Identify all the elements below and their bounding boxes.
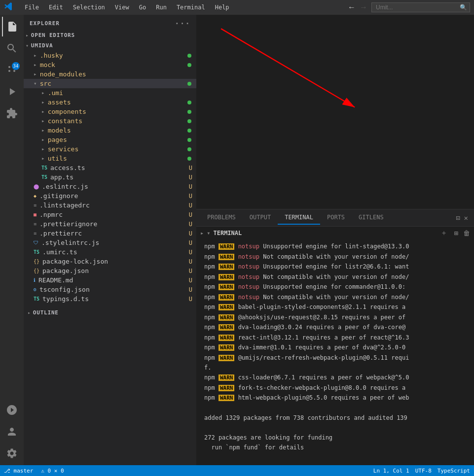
panel-tabs: PROBLEMS OUTPUT TERMINAL PORTS GITLENS ⊡…	[196, 209, 474, 227]
terminal-line: npm WARN babel-plugin-styled-components@…	[196, 302, 474, 312]
tree-item-prettierrc[interactable]: ≡ .prettierrc U	[24, 229, 196, 238]
terminal-kill-button[interactable]: 🗑	[463, 229, 470, 237]
menu-selection[interactable]: Selection	[69, 3, 109, 12]
statusbar-errors[interactable]: ⚠ 0 ✕ 0	[41, 468, 64, 474]
lines-icon: ≡	[34, 231, 36, 236]
menu-file[interactable]: File	[21, 3, 43, 12]
tree-item-constants[interactable]: ▸ constants	[24, 116, 196, 126]
terminal-expand-icon[interactable]: ▾	[207, 230, 210, 237]
tree-item-tsconfig[interactable]: ⚙ tsconfig.json U	[24, 285, 196, 294]
terminal-line: npm WARN fork-ts-checker-webpack-plugin@…	[196, 383, 474, 393]
statusbar-language[interactable]: TypeScript	[438, 468, 470, 474]
untracked-badge: U	[189, 268, 192, 274]
menu-terminal[interactable]: Terminal	[173, 3, 209, 12]
tree-item-stylelintrc[interactable]: 🛡 .stylelintrc.js U	[24, 238, 196, 247]
info-icon: ℹ	[34, 277, 36, 283]
tree-item-components[interactable]: ▸ components	[24, 107, 196, 116]
outline-section[interactable]: ▸ OUTLINE	[24, 307, 196, 318]
tree-item-umi[interactable]: ▸ .umi	[24, 88, 196, 98]
panel-maximize-button[interactable]: ⊡	[454, 212, 462, 224]
item-label: mock	[40, 61, 55, 68]
npm-icon: ■	[34, 212, 36, 217]
nav-forward-button[interactable]: →	[360, 3, 367, 12]
project-section[interactable]: ▾ UMIDVA	[24, 40, 196, 51]
menu-view[interactable]: View	[111, 3, 133, 12]
activity-run-debug-icon[interactable]	[2, 82, 22, 102]
tree-item-lintstagedrc[interactable]: ≡ .lintstagedrc U	[24, 201, 196, 210]
item-label: components	[48, 108, 86, 115]
search-input[interactable]	[371, 2, 470, 12]
activity-remote-icon[interactable]	[2, 400, 22, 420]
terminal-header: ▸ ▾ TERMINAL ＋ ⊞ 🗑	[196, 227, 474, 239]
sidebar-more-button[interactable]: ···	[175, 19, 190, 28]
tree-item-eslintrc[interactable]: ⬤ .eslintrc.js U	[24, 182, 196, 191]
modified-dot	[187, 138, 191, 142]
terminal-content: npm WARN notsup Unsupported engine for l…	[196, 239, 474, 465]
tab-terminal[interactable]: TERMINAL	[278, 211, 320, 225]
terminal-line: npm WARN @ahooksjs/use-request@2.8.15 re…	[196, 312, 474, 323]
modified-dot	[187, 110, 191, 114]
statusbar-position: Ln 1, Col 1	[373, 468, 409, 474]
tab-output[interactable]: OUTPUT	[243, 211, 278, 225]
tree-item-mock[interactable]: ▸ mock	[24, 60, 196, 69]
terminal-line: npm WARN html-webpack-plugin@5.5.0 requi…	[196, 393, 474, 403]
open-editors-section[interactable]: ▸ OPEN EDITORS	[24, 30, 196, 40]
tree-item-pages[interactable]: ▸ pages	[24, 135, 196, 144]
tree-item-gitignore[interactable]: ◆ .gitignore U	[24, 191, 196, 201]
statusbar-branch[interactable]: ⎇ master	[4, 468, 33, 474]
editor-canvas	[196, 15, 474, 209]
ts-icon: TS	[41, 174, 47, 180]
menu-edit[interactable]: Edit	[45, 3, 67, 12]
tree-item-app-ts[interactable]: TS app.ts U	[24, 172, 196, 182]
tree-item-typings[interactable]: TS typings.d.ts U	[24, 294, 196, 304]
item-label: .stylelintrc.js	[41, 239, 99, 246]
tree-item-umirc-ts[interactable]: TS .umirc.ts U	[24, 247, 196, 257]
activity-account-icon[interactable]	[2, 422, 22, 442]
activity-settings-icon[interactable]	[2, 443, 22, 463]
tree-item-assets[interactable]: ▸ assets	[24, 98, 196, 107]
tab-problems[interactable]: PROBLEMS	[200, 211, 243, 225]
activity-source-control-icon[interactable]: 34	[2, 60, 22, 80]
folder-icon: ▸	[41, 108, 45, 115]
terminal-add-button[interactable]: ＋	[440, 229, 447, 238]
tree-item-readme[interactable]: ℹ README.md U	[24, 275, 196, 285]
terminal-line: npm WARN notsup Not compatible with your…	[196, 292, 474, 303]
tree-item-utils[interactable]: ▸ utils	[24, 154, 196, 163]
tree-item-access-ts[interactable]: TS access.ts U	[24, 163, 196, 172]
item-label: .umi	[48, 89, 63, 97]
tree-item-services[interactable]: ▸ services	[24, 144, 196, 154]
nav-back-button[interactable]: ←	[348, 3, 356, 12]
activity-extensions-icon[interactable]	[2, 103, 22, 123]
tab-ports[interactable]: PORTS	[320, 211, 352, 225]
menu-help[interactable]: Help	[211, 3, 233, 12]
menu-go[interactable]: Go	[135, 3, 150, 12]
tree-item-package-lock[interactable]: {} package-lock.json U	[24, 257, 196, 266]
terminal-line: npm WARN notsup Unsupported engine for l…	[196, 241, 474, 252]
activity-search-icon[interactable]	[2, 38, 22, 58]
item-label: typings.d.ts	[42, 295, 89, 303]
terminal-split-button[interactable]: ⊞	[454, 229, 458, 237]
tree-item-husky[interactable]: ▸ .husky	[24, 51, 196, 60]
modified-dot	[187, 147, 191, 151]
panel-close-button[interactable]: ✕	[462, 212, 470, 224]
json-icon: {}	[34, 259, 39, 264]
ts-icon: TS	[34, 249, 39, 255]
terminal-label: TERMINAL	[213, 230, 242, 237]
activity-explorer-icon[interactable]	[2, 17, 22, 36]
statusbar-encoding: UTF-8	[415, 468, 432, 474]
tree-item-prettierignore[interactable]: ≡ .prettierignore U	[24, 219, 196, 229]
tree-item-models[interactable]: ▸ models	[24, 126, 196, 135]
sidebar: EXPLORER ··· ▸ OPEN EDITORS ▾ UMIDVA ▸ .…	[24, 15, 196, 465]
terminal-line: npm WARN @umijs/react-refresh-webpack-pl…	[196, 353, 474, 363]
tree-item-node-modules[interactable]: ▸ node_modules	[24, 69, 196, 79]
tree-item-src[interactable]: ▾ src	[24, 79, 196, 88]
terminal-collapse-icon[interactable]: ▸	[200, 230, 204, 237]
tab-gitlens[interactable]: GITLENS	[352, 211, 391, 225]
untracked-badge: U	[189, 221, 192, 228]
shield-icon: 🛡	[34, 240, 38, 245]
menu-run[interactable]: Run	[152, 3, 171, 12]
svg-line-1	[221, 29, 355, 107]
activity-bar: 34	[0, 15, 24, 465]
tree-item-package-json[interactable]: {} package.json U	[24, 266, 196, 275]
tree-item-npmrc[interactable]: ■ .npmrc U	[24, 210, 196, 219]
